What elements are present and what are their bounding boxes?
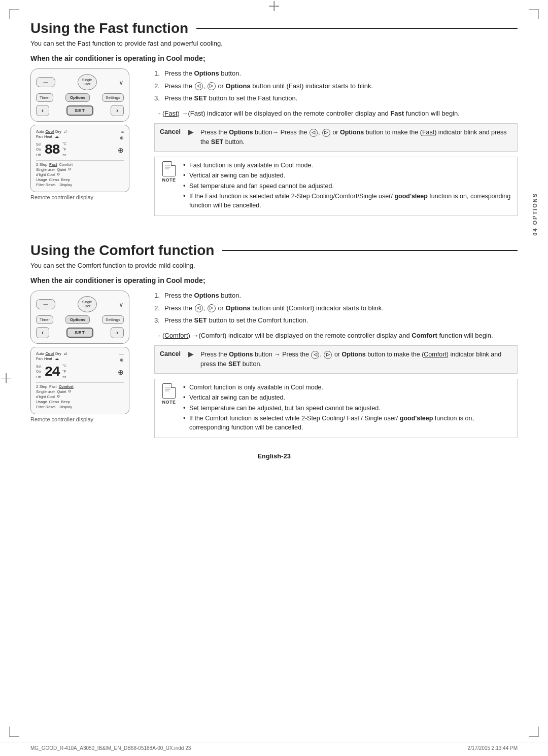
comfort-single-user-btn: Single user bbox=[78, 296, 97, 312]
comfort-lcd-modes: Auto Cool Dry ⇌ Fan Heat ☁ bbox=[36, 351, 67, 363]
fast-lcd-modes: Auto Cool Dry ⇌ Fan Heat ☁ bbox=[36, 129, 67, 140]
fast-lcd-icons: ≡ ⊕ bbox=[120, 129, 124, 140]
page-number: English-23 bbox=[30, 452, 518, 460]
footer-right-text: 2/17/2015 2:13:44 PM bbox=[468, 745, 518, 751]
comfort-step-1: Press the Options button. bbox=[154, 291, 518, 301]
fast-lcd-display: Auto Cool Dry ⇌ Fan Heat ☁ bbox=[30, 125, 129, 192]
fast-settings-btn: Settings bbox=[102, 93, 124, 102]
fast-title-line bbox=[196, 28, 518, 29]
fast-note-item-2: Vertical air swing can be adjusted. bbox=[183, 171, 512, 181]
comfort-lcd-number: 24 bbox=[45, 365, 60, 379]
comfort-steps-list: Press the Options button. Press the ◁, ▷… bbox=[154, 291, 518, 326]
comfort-left-icon: ◁ bbox=[195, 304, 203, 312]
comfort-remote-wide-btn: — bbox=[36, 299, 55, 309]
comfort-remote-top-row: — Single user ∨ bbox=[36, 296, 124, 312]
main-content: Using the Fast function You can set the … bbox=[0, 0, 548, 498]
fast-cancel-box: Cancel ▶ Press the Options button→ Press… bbox=[154, 123, 518, 152]
fast-remote-wide-btn: — bbox=[36, 77, 55, 87]
corner-mark-br bbox=[529, 727, 539, 737]
comfort-remote-chevron: ∨ bbox=[119, 301, 124, 308]
footer: MG_GOOD_R-410A_A3050_IB&IM_EN_DB68-05188… bbox=[0, 742, 548, 751]
fast-options-btn[interactable]: Options bbox=[65, 93, 90, 102]
comfort-note-icon-col: NOTE bbox=[160, 383, 178, 405]
fast-step-3: Press the SET button to set the Fast fun… bbox=[154, 93, 518, 103]
comfort-note-lines-icon bbox=[164, 386, 173, 395]
comfort-single-user-line1: Single bbox=[82, 300, 92, 304]
comfort-two-col: — Single user ∨ Timer Options Settings ‹ bbox=[30, 291, 518, 444]
fast-lcd-wind-icon: ⊕ bbox=[118, 146, 124, 154]
comfort-note-item-2: Vertical air swing can be adjusted. bbox=[183, 393, 512, 403]
comfort-lcd-display: Auto Cool Dry ⇌ Fan Heat ☁ bbox=[30, 347, 129, 414]
comfort-title-line bbox=[222, 250, 518, 251]
fast-nav-right-btn[interactable]: › bbox=[111, 105, 124, 116]
comfort-remote-top: — Single user ∨ Timer Options Settings ‹ bbox=[30, 291, 129, 344]
comfort-remote-middle: Timer Options Settings bbox=[36, 315, 124, 324]
corner-mark-bl bbox=[9, 727, 19, 737]
corner-mark-tl bbox=[9, 9, 19, 19]
comfort-remote-caption: Remote controller display bbox=[30, 416, 142, 422]
comfort-cancel-arrow-icon: ▶ bbox=[188, 350, 195, 358]
fast-note-lines-icon bbox=[164, 164, 173, 173]
comfort-note-label: NOTE bbox=[162, 400, 176, 405]
fast-remote-top: — Single user ∨ Timer Options Settings ‹ bbox=[30, 68, 129, 122]
fast-lcd-number: 88 bbox=[45, 143, 60, 157]
comfort-subtitle: You can set the Comfort function to prov… bbox=[30, 262, 518, 269]
fast-note-label: NOTE bbox=[162, 177, 176, 183]
comfort-cancel-right-icon: ▷ bbox=[324, 351, 332, 359]
fast-cancel-text: Press the Options button→ Press the ◁, ▷… bbox=[200, 128, 512, 147]
fast-left-col: — Single user ∨ Timer Options Settings ‹ bbox=[30, 68, 142, 222]
comfort-lcd-mode-row: Auto Cool Dry ⇌ Fan Heat ☁ bbox=[36, 351, 124, 363]
fast-single-user-line1: Single bbox=[82, 78, 92, 82]
fast-note-content: Fast function is only available in Cool … bbox=[183, 161, 512, 212]
comfort-lcd-bottom: 2-Step Fast Comfort Single user Quiet ⚙ … bbox=[36, 382, 124, 409]
comfort-single-user-line2: user bbox=[84, 304, 91, 308]
comfort-right-col: Press the Options button. Press the ◁, ▷… bbox=[154, 291, 518, 444]
comfort-note-item-4: If the Comfort function is selected whil… bbox=[183, 414, 512, 432]
comfort-lcd-left-labels: Set On Off bbox=[36, 364, 42, 380]
fast-cancel-wrapper: Cancel ▶ Press the Options button→ Press… bbox=[154, 123, 518, 152]
fast-cancel-arrow-icon: ▶ bbox=[188, 128, 195, 136]
comfort-cancel-wrapper: Cancel ▶ Press the Options button → Pres… bbox=[154, 345, 518, 374]
fast-lcd-left-labels: Set On Off bbox=[36, 142, 42, 158]
comfort-nav-left-btn[interactable]: ‹ bbox=[36, 327, 49, 338]
fast-remote-chevron: ∨ bbox=[119, 79, 124, 86]
comfort-section-title: Using the Comfort function bbox=[30, 242, 518, 259]
comfort-note-list: Comfort function is only available in Co… bbox=[183, 383, 512, 433]
fast-note-item-4: If the Fast function is selected while 2… bbox=[183, 192, 512, 210]
fast-cancel-right-icon: ▷ bbox=[322, 129, 330, 137]
crosshair-top bbox=[268, 0, 280, 12]
comfort-options-btn[interactable]: Options bbox=[65, 315, 90, 324]
comfort-lcd-middle: Set On Off 24 °C °F hr ⊕ bbox=[36, 364, 124, 380]
comfort-note-item-3: Set temperature can be adjusted, but fan… bbox=[183, 404, 512, 413]
comfort-set-btn[interactable]: SET bbox=[66, 328, 93, 338]
comfort-note-box: NOTE Comfort function is only available … bbox=[154, 379, 518, 439]
fast-nav-left-btn[interactable]: ‹ bbox=[36, 105, 49, 116]
fast-cancel-left-icon: ◁ bbox=[310, 129, 318, 137]
comfort-subheading: When the air conditioner is operating in… bbox=[30, 276, 518, 284]
comfort-lcd-icons: — ⊕ bbox=[119, 351, 124, 363]
comfort-timer-btn: Timer bbox=[36, 315, 53, 324]
fast-subheading: When the air conditioner is operating in… bbox=[30, 54, 518, 62]
fast-sub-bullet: - (Fast) →(Fast) indicator will be displ… bbox=[158, 109, 518, 119]
fast-lcd-mode-row: Auto Cool Dry ⇌ Fan Heat ☁ bbox=[36, 129, 124, 140]
fast-lcd-bottom: 2-Step Fast Comfort Single user Quiet ⚙ … bbox=[36, 160, 124, 187]
fast-step-1: Press the Options button. bbox=[154, 68, 518, 79]
fast-remote-top-row: — Single user ∨ bbox=[36, 74, 124, 90]
fast-note-doc-icon bbox=[162, 161, 176, 176]
fast-remote-middle: Timer Options Settings bbox=[36, 93, 124, 102]
comfort-nav-right-btn[interactable]: › bbox=[111, 327, 124, 338]
fast-remote-caption: Remote controller display bbox=[30, 194, 142, 200]
page: 04 OPTIONS Using the Fast function You c… bbox=[0, 0, 548, 756]
fast-single-user-line2: user bbox=[84, 82, 91, 86]
fast-section-title: Using the Fast function bbox=[30, 20, 518, 37]
comfort-step-3: Press the SET button to set the Comfort … bbox=[154, 315, 518, 326]
fast-note-list: Fast function is only available in Cool … bbox=[183, 161, 512, 210]
fast-note-box: NOTE Fast function is only available in … bbox=[154, 157, 518, 217]
comfort-remote-bottom: ‹ SET › bbox=[36, 327, 124, 338]
fast-note-icon-col: NOTE bbox=[160, 161, 178, 183]
comfort-sub-bullet: - (Comfort) →(Comfort) indicator will be… bbox=[158, 331, 518, 341]
fast-single-user-btn: Single user bbox=[78, 74, 97, 90]
section-divider bbox=[30, 230, 518, 242]
fast-set-btn[interactable]: SET bbox=[66, 105, 93, 116]
comfort-note-doc-icon bbox=[162, 383, 176, 399]
